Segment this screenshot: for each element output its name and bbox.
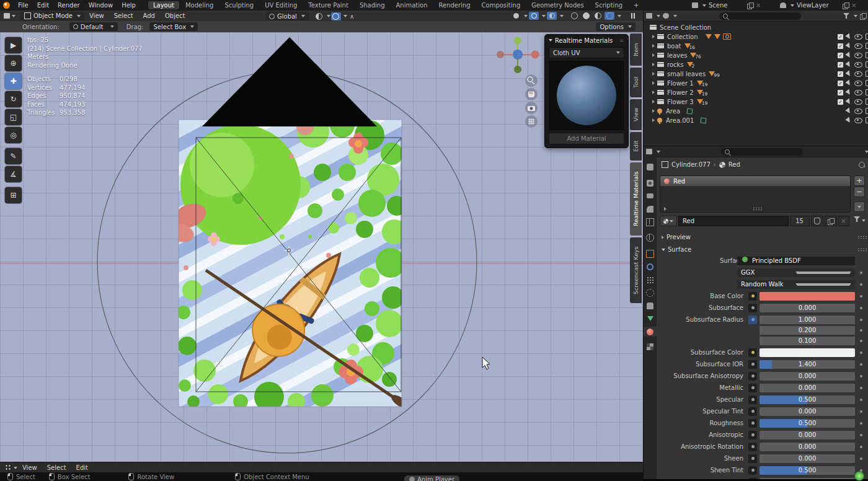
expand-icon[interactable] <box>652 35 655 38</box>
menu-render[interactable]: Render <box>53 2 84 9</box>
tab-data-props[interactable] <box>645 314 655 324</box>
properties-search-input[interactable] <box>721 148 803 156</box>
outliner-row-flower-3[interactable]: Flower 3 19 <box>644 97 868 106</box>
options-chevron-icon[interactable] <box>865 151 868 153</box>
options-dropdown[interactable]: Options <box>596 22 636 31</box>
falloff-icon[interactable]: ∧ <box>347 13 356 20</box>
drag-mode-dropdown[interactable]: Select Box <box>149 22 198 31</box>
hide-icon[interactable] <box>854 34 862 40</box>
fake-user-button[interactable] <box>811 216 823 226</box>
decorator-dot[interactable] <box>857 340 865 342</box>
outliner-row-small-leaves[interactable]: small leaves 99 <box>644 69 868 78</box>
decorator-dot[interactable] <box>857 283 865 286</box>
shading-wireframe-icon[interactable] <box>569 12 579 20</box>
decorator-dot[interactable] <box>857 434 865 436</box>
cursor-tool[interactable]: ⊕ <box>5 55 22 71</box>
socket-icon[interactable] <box>748 348 757 357</box>
workspace-tab-scripting[interactable]: Scripting <box>590 1 627 9</box>
remove-slot-button[interactable]: − <box>854 187 865 197</box>
realtime-materials-header[interactable]: Realtime Materials = <box>545 35 628 46</box>
sheen-tint-slider[interactable]: 0.500 <box>760 466 855 475</box>
socket-icon[interactable] <box>748 384 757 392</box>
rotate-tool[interactable]: ↻ <box>5 91 22 107</box>
outliner-row-collection[interactable]: Collection <box>644 32 868 41</box>
breadcrumb-object[interactable]: Cylinder.077 <box>671 161 711 168</box>
decorator-dot[interactable] <box>857 363 865 366</box>
remove-view-layer-icon[interactable]: × <box>851 2 856 9</box>
outliner-row-leaves[interactable]: leaves 76 <box>644 51 868 60</box>
socket-icon[interactable] <box>748 454 757 463</box>
outliner-search-input[interactable] <box>719 12 801 20</box>
socket-icon[interactable] <box>748 419 757 428</box>
render-visibility-icon[interactable] <box>866 33 868 40</box>
move-tool[interactable]: ✚ <box>5 73 22 89</box>
workspace-tab-rendering[interactable]: Rendering <box>433 1 475 9</box>
workspace-tab-compositing[interactable]: Compositing <box>477 1 526 9</box>
subsurface-ior-slider[interactable]: 1.400 <box>760 360 855 369</box>
workspace-tab-uv-editing[interactable]: UV Editing <box>260 1 302 9</box>
socket-icon[interactable] <box>748 304 757 312</box>
socket-icon[interactable] <box>748 292 757 301</box>
add-cube-tool[interactable]: ⊞ <box>5 187 22 203</box>
new-material-button[interactable] <box>825 216 837 226</box>
bottom-view-menu[interactable]: View <box>17 464 42 471</box>
menu-help[interactable]: Help <box>117 2 140 9</box>
decorator-dot[interactable] <box>857 457 865 460</box>
zoom-button[interactable] <box>525 74 538 87</box>
anisotropic-rotation-slider[interactable]: 0.000 <box>760 443 855 451</box>
object-menu[interactable]: Object <box>160 12 190 19</box>
editor-type-icon[interactable] <box>4 13 10 19</box>
view-menu[interactable]: View <box>84 12 109 19</box>
roughness-slider[interactable]: 0.500 <box>760 419 855 428</box>
breadcrumb-material[interactable]: Red <box>728 161 740 168</box>
decorator-dot[interactable] <box>857 375 865 377</box>
outliner-row-flower-1[interactable]: Flower 1 19 <box>644 79 868 87</box>
properties-editor-icon[interactable] <box>646 149 652 154</box>
slot-expand-icon[interactable] <box>664 207 666 211</box>
subsurface-radius-x[interactable]: 1.000 <box>760 316 855 324</box>
tab-render-props[interactable] <box>645 178 655 188</box>
bottom-edit-menu[interactable]: Edit <box>71 464 93 471</box>
menu-file[interactable]: File <box>14 2 33 9</box>
browse-material-button[interactable] <box>660 216 677 226</box>
tab-realtime-materials[interactable]: Realtime Materials <box>630 162 642 236</box>
material-slot-selected[interactable]: Red <box>660 176 850 186</box>
decorator-dot[interactable] <box>857 410 865 413</box>
tab-item[interactable]: Item <box>630 33 642 66</box>
menu-window[interactable]: Window <box>84 2 117 9</box>
navigation-gizmo[interactable] <box>497 37 539 73</box>
specular-tint-slider[interactable]: 0.000 <box>760 407 855 416</box>
add-workspace-button[interactable]: + <box>629 1 644 9</box>
users-count-badge[interactable]: 15 <box>790 216 810 226</box>
decorator-dot[interactable] <box>857 446 865 448</box>
specular-slider[interactable]: 0.500 <box>760 395 855 404</box>
decorator-dot[interactable] <box>857 387 865 389</box>
tab-constraints-props[interactable] <box>645 301 655 311</box>
decorator-dot[interactable] <box>857 329 865 332</box>
socket-icon[interactable] <box>748 316 757 324</box>
tab-modifier-props[interactable] <box>645 262 655 271</box>
display-mode-icon[interactable] <box>646 13 652 19</box>
socket-icon[interactable] <box>748 360 757 369</box>
tab-output-props[interactable] <box>645 191 655 201</box>
subsurface-slider[interactable]: 0.000 <box>760 304 855 312</box>
filter-icon[interactable] <box>843 13 849 19</box>
tab-object-props[interactable] <box>645 249 655 258</box>
socket-icon[interactable] <box>748 431 757 439</box>
annotate-tool[interactable]: ✎ <box>5 148 22 164</box>
tab-screencast-keys[interactable]: Screencast Keys <box>630 237 642 303</box>
outliner-row-rocks[interactable]: rocks 2 <box>644 60 868 69</box>
workspace-tab-animation[interactable]: Animation <box>391 1 433 9</box>
gizmos-icon[interactable] <box>547 12 557 20</box>
tab-view-layer-props[interactable] <box>645 204 655 214</box>
new-view-layer-icon[interactable] <box>843 2 849 9</box>
editor-type-icon[interactable] <box>5 464 12 471</box>
decorator-dot[interactable] <box>857 307 865 309</box>
workspace-tab-shading[interactable]: Shading <box>355 1 390 9</box>
tab-particles-props[interactable] <box>645 275 655 285</box>
transform-tool[interactable]: ◎ <box>5 127 22 143</box>
workspace-tab-texture-paint[interactable]: Texture Paint <box>303 1 353 9</box>
anisotropic-slider[interactable]: 0.000 <box>760 431 855 439</box>
bottom-select-menu[interactable]: Select <box>42 464 71 471</box>
measure-tool[interactable]: ∡ <box>5 166 22 182</box>
